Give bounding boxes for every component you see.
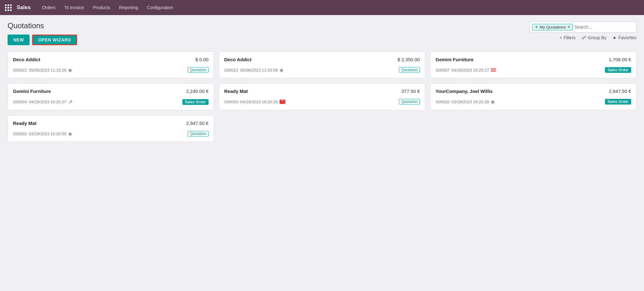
order-date: 03/29/2023 16:20:28	[452, 100, 489, 104]
card-amount: 1,706.00 €	[609, 57, 631, 62]
cards-grid: Deco Addict $ 0.00 S00022 05/06/2023 11:…	[8, 51, 636, 142]
card-name: Gemini Furniture	[436, 57, 474, 62]
card-name: Ready Mat	[13, 121, 36, 126]
quotation-card[interactable]: Ready Mat 377.50 € S00003 04/29/2023 16:…	[219, 83, 425, 110]
quotation-card[interactable]: Gemini Furniture 1,706.00 € S00007 04/29…	[430, 51, 636, 78]
status-badge: Sales Order	[605, 67, 631, 73]
filters-button[interactable]: ▿ Filters	[560, 35, 575, 40]
quotation-card[interactable]: YourCompany, Joel Willis 2,947.50 € S000…	[430, 83, 636, 110]
status-badge: Quotation	[399, 99, 420, 105]
active-filter-tag[interactable]: ▼ My Quotations ✕	[532, 24, 573, 30]
search-bar: ▼ My Quotations ✕	[530, 21, 636, 33]
quotation-card[interactable]: Deco Addict $ 0.00 S00022 05/06/2023 11:…	[8, 51, 214, 78]
card-meta: S00022 05/06/2023 11:18:26 ◉	[13, 67, 72, 73]
group-by-icon: ☍	[582, 35, 586, 40]
card-meta: S00021 05/06/2023 11:03:58 ◉	[224, 67, 283, 73]
filter-tag-label: My Quotations	[540, 25, 566, 30]
clock-icon: ◉	[68, 131, 72, 136]
card-bottom: S00004 04/29/2023 16:20:27 ↗ Sales Order	[13, 99, 208, 105]
nav-products[interactable]: Products	[89, 3, 114, 12]
header-right: ▼ My Quotations ✕ ▿ Filters ☍ Group By ★…	[530, 21, 636, 40]
card-top: Ready Mat 2,947.50 €	[13, 121, 208, 126]
order-ref: S00003	[224, 100, 238, 104]
page-content: Quotations NEW OPEN WIZARD ▼ My Quotatio…	[0, 15, 644, 148]
page-header: Quotations NEW OPEN WIZARD ▼ My Quotatio…	[8, 21, 636, 45]
group-by-button[interactable]: ☍ Group By	[582, 35, 606, 40]
order-date: 05/06/2023 11:18:26	[29, 68, 66, 73]
card-bottom: S00007 04/29/2023 16:20:27 Sales Order	[436, 67, 631, 73]
order-ref: S00022	[13, 68, 27, 73]
action-buttons: NEW OPEN WIZARD	[8, 35, 77, 45]
status-badge: Sales Order	[605, 99, 631, 105]
favorites-button[interactable]: ★ Favorites	[613, 35, 636, 40]
order-date: 04/29/2023 16:20:26	[240, 100, 278, 104]
card-top: Ready Mat 377.50 €	[224, 89, 420, 94]
open-wizard-button[interactable]: OPEN WIZARD	[32, 35, 77, 45]
header-left: Quotations NEW OPEN WIZARD	[8, 21, 77, 45]
card-bottom: S00003 04/29/2023 16:20:26 Quotation	[224, 99, 420, 105]
card-amount: 2,240.00 €	[186, 89, 208, 94]
quotation-card[interactable]: Ready Mat 2,947.50 € S00002 03/29/2023 1…	[8, 115, 214, 142]
card-top: Deco Addict $ 0.00	[13, 57, 208, 62]
search-input[interactable]	[575, 24, 634, 30]
card-meta: S00007 04/29/2023 16:20:27	[436, 68, 496, 73]
card-bottom: S00022 05/06/2023 11:18:26 ◉ Quotation	[13, 67, 208, 73]
card-bottom: S00021 05/06/2023 11:03:58 ◉ Quotation	[224, 67, 420, 73]
card-amount: 2,947.50 €	[609, 89, 631, 94]
card-name: Gemini Furniture	[13, 89, 51, 94]
card-meta: S00004 04/29/2023 16:20:27 ↗	[13, 99, 72, 105]
card-name: Deco Addict	[224, 57, 252, 62]
clock-icon: ◉	[280, 67, 283, 73]
card-name: YourCompany, Joel Willis	[436, 89, 493, 94]
status-badge: Quotation	[399, 67, 420, 73]
nav-configuration[interactable]: Configuration	[143, 3, 177, 12]
card-name: Ready Mat	[224, 89, 248, 94]
card-amount: $ 2,350.00	[397, 57, 420, 62]
card-meta: S00003 04/29/2023 16:20:26	[224, 100, 285, 104]
filter-tag-close[interactable]: ✕	[567, 25, 570, 29]
filter-icon: ▿	[560, 35, 562, 40]
filter-bar: ▿ Filters ☍ Group By ★ Favorites	[560, 35, 636, 40]
apps-menu-icon[interactable]	[5, 4, 12, 11]
top-navigation: Sales Orders To Invoice Products Reporti…	[0, 0, 644, 15]
order-ref: S00021	[224, 68, 238, 73]
new-button[interactable]: NEW	[8, 35, 30, 45]
status-badge: Sales Order	[182, 99, 208, 105]
funnel-icon: ▼	[535, 25, 538, 29]
envelope-icon	[280, 100, 285, 104]
order-ref: S00007	[436, 68, 450, 73]
nav-reporting[interactable]: Reporting	[115, 3, 142, 12]
order-date: 03/29/2023 16:20:00	[29, 132, 66, 136]
quotation-card[interactable]: Gemini Furniture 2,240.00 € S00004 04/29…	[8, 83, 214, 110]
brand-label[interactable]: Sales	[17, 4, 31, 11]
order-ref: S00004	[13, 100, 27, 104]
order-ref: S00020	[436, 100, 450, 104]
favorites-label: Favorites	[618, 35, 636, 40]
clock-icon: ◉	[491, 99, 495, 104]
page-title: Quotations	[8, 21, 77, 30]
order-date: 04/29/2023 16:20:27	[29, 100, 66, 104]
list-lines-icon	[491, 68, 496, 72]
card-amount: 377.50 €	[402, 89, 420, 94]
quotation-card[interactable]: Deco Addict $ 2,350.00 S00021 05/06/2023…	[219, 51, 425, 78]
card-amount: $ 0.00	[195, 57, 208, 62]
card-bottom: S00020 03/29/2023 16:20:28 ◉ Sales Order	[436, 99, 631, 105]
star-icon: ★	[613, 35, 617, 40]
filters-label: Filters	[564, 35, 575, 40]
card-name: Deco Addict	[13, 57, 40, 62]
order-ref: S00002	[13, 132, 27, 136]
card-top: YourCompany, Joel Willis 2,947.50 €	[436, 89, 631, 94]
clock-icon: ◉	[68, 67, 72, 73]
status-badge: Quotation	[188, 67, 208, 73]
card-meta: S00002 03/29/2023 16:20:00 ◉	[13, 131, 72, 136]
status-badge: Quotation	[188, 131, 208, 137]
nav-orders[interactable]: Orders	[38, 3, 59, 12]
nav-to-invoice[interactable]: To Invoice	[60, 3, 88, 12]
order-date: 05/06/2023 11:03:58	[240, 68, 278, 73]
card-top: Gemini Furniture 2,240.00 €	[13, 89, 208, 94]
order-date: 04/29/2023 16:20:27	[452, 68, 489, 73]
card-top: Deco Addict $ 2,350.00	[224, 57, 420, 62]
card-amount: 2,947.50 €	[186, 121, 208, 126]
card-top: Gemini Furniture 1,706.00 €	[436, 57, 631, 62]
card-meta: S00020 03/29/2023 16:20:28 ◉	[436, 99, 495, 104]
